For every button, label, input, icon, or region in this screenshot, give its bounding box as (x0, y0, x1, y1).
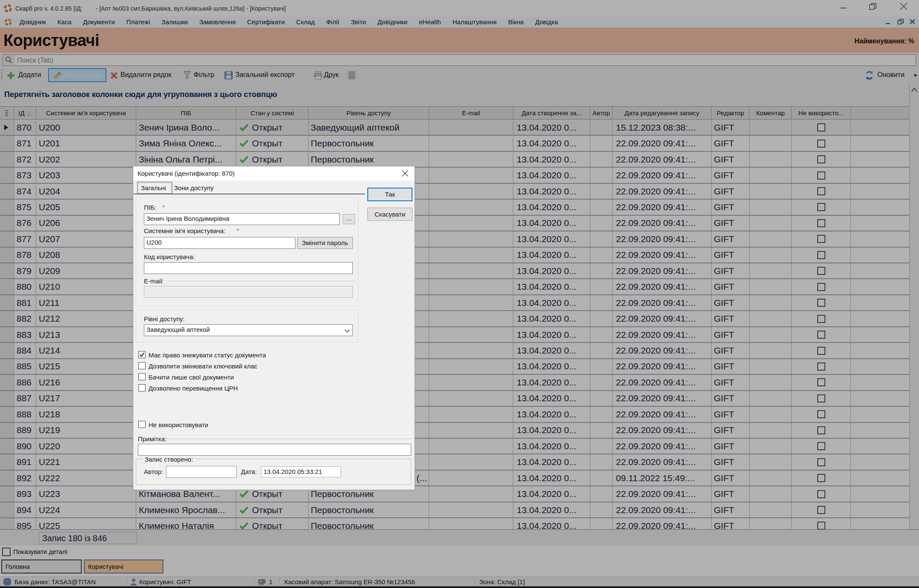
cancel-button[interactable]: Скасувати (367, 208, 412, 221)
note-divider (166, 439, 411, 439)
author-input[interactable] (166, 466, 237, 478)
sysname-input[interactable]: U200 (144, 237, 295, 249)
pib-input[interactable]: Зенич Ірина Володимирівна (144, 213, 340, 225)
sysname-required-mark: ✳ (236, 227, 240, 232)
email-divider (167, 281, 355, 281)
access-levels-label: Рівні доступу: (144, 315, 185, 323)
email-input[interactable] (144, 286, 353, 298)
dialog-checkbox-label-3: Бачити лише свої документи (149, 374, 234, 381)
date-label: Дата: (241, 468, 257, 475)
author-label: Автор: (144, 468, 163, 475)
dialog-checkbox-label-1: Має право знижувати статус документа (149, 351, 266, 359)
dialog-checkbox-2[interactable] (138, 362, 146, 369)
ok-button[interactable]: Так (367, 188, 412, 201)
dialog-tab-zony[interactable]: Зони доступу (174, 184, 214, 191)
dialog-title: Користувачі (ідентифікатор: 870) (137, 170, 235, 177)
app-window: Скарб pro v. 4.0.2.85 [ІД: - [Апт №003 с… (0, 0, 919, 588)
access-level-select[interactable]: Заведующий аптекой (144, 324, 353, 336)
dialog-checkbox-label-2: Дозволити змінювати ключовий клас (149, 363, 258, 370)
user-edit-dialog: Користувачі (ідентифікатор: 870) Загальн… (133, 166, 415, 490)
pib-browse-button[interactable]: … (343, 214, 355, 224)
dialog-tab-underline (134, 194, 365, 194)
dialog-checkbox-3[interactable] (138, 373, 146, 380)
select-chevron-icon (344, 329, 350, 333)
checkbox-check-icon (139, 351, 145, 358)
date-input[interactable]: 13.04.2020 05:33:21 (261, 466, 341, 477)
usercode-input[interactable] (144, 262, 353, 274)
not-use-label: Не використовувати (149, 421, 208, 428)
dialog-checkbox-1[interactable] (138, 351, 146, 358)
sysname-label: Системне ім'я користувача:✳ (144, 227, 240, 234)
dialog-tab-zagalni[interactable]: Загальні (137, 182, 172, 194)
dialog-checkbox-4[interactable] (138, 384, 146, 391)
pib-label: ПІБ:✳ (144, 204, 165, 211)
change-password-button[interactable]: Змінити пароль (297, 237, 353, 249)
dialog-checkbox-label-4: Дозволено перевищення ЦРН (149, 385, 238, 392)
note-label: Примітка: (138, 435, 166, 442)
note-input[interactable] (138, 444, 411, 456)
usercode-label: Код користувача: (144, 253, 195, 260)
not-use-checkbox[interactable] (138, 421, 146, 428)
dialog-close-icon[interactable] (401, 170, 409, 177)
dialog-tab-zagalni-label: Загальні (141, 184, 166, 191)
email-label: E-mail: (144, 277, 164, 285)
dialog-title-bar[interactable]: Користувачі (ідентифікатор: 870) (133, 166, 415, 180)
record-created-caption: Запис створено: (143, 456, 195, 463)
pib-required-mark: ✳ (161, 204, 165, 209)
